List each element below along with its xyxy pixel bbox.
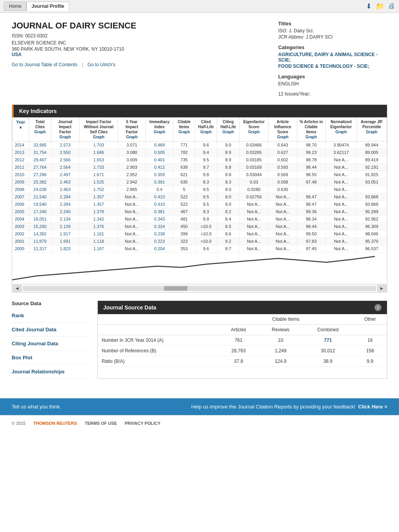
- col-label: [98, 314, 219, 325]
- journal-title: JOURNAL OF DAIRY SCIENCE: [12, 21, 267, 31]
- immediacy-graph-link[interactable]: Graph: [148, 129, 171, 134]
- data-cell: 771: [173, 141, 195, 149]
- scroll-right-button[interactable]: ▶: [378, 285, 386, 292]
- main-content: JOURNAL OF DAIRY SCIENCE ISSN: 0022-0302…: [0, 13, 399, 387]
- impact-no-self-graph-link[interactable]: Graph: [82, 134, 115, 140]
- info-icon[interactable]: i: [374, 304, 381, 311]
- data-cell: 1.167: [79, 245, 118, 253]
- data-cell: 2.952: [118, 171, 146, 179]
- print-icon[interactable]: 🖨: [388, 2, 395, 11]
- sidebar-nav-boxplot[interactable]: Box Plot: [12, 351, 90, 365]
- nav-tab-journal-profile[interactable]: Journal Profile: [26, 2, 69, 11]
- year-cell[interactable]: 2001: [12, 238, 29, 245]
- data-cell: 0.03168: [239, 164, 268, 171]
- data-cell: Not A...: [118, 238, 146, 245]
- year-cell[interactable]: 2007: [12, 193, 29, 201]
- download-icon[interactable]: ⬇: [366, 2, 372, 11]
- data-cell: 14,382: [29, 230, 51, 238]
- other-header: Other: [353, 314, 387, 325]
- nav-bar: Home Journal Profile ⬇ 📁 🖨: [0, 0, 399, 13]
- total-cites-graph-link[interactable]: Graph: [32, 129, 49, 134]
- data-cell: 99.50: [297, 230, 325, 238]
- year-cell[interactable]: 2005: [12, 208, 29, 216]
- data-cell: 89.005: [357, 149, 387, 156]
- data-cell: 8.0: [217, 201, 239, 208]
- cited-half-graph-link[interactable]: Graph: [198, 129, 215, 134]
- journal-link-ulrich[interactable]: Go to Ulrich's: [87, 62, 115, 67]
- scroll-left-button[interactable]: ◀: [13, 285, 21, 292]
- category-1[interactable]: AGRICULTURE, DAIRY & ANIMAL SCIENCE - SC…: [278, 52, 387, 63]
- norm-eigen-graph-link[interactable]: Graph: [328, 129, 354, 134]
- citing-half-graph-link[interactable]: Graph: [219, 129, 237, 134]
- feedback-link[interactable]: Click Here >: [358, 404, 387, 410]
- data-cell: Not A...: [325, 186, 357, 193]
- data-cell: 8.8: [217, 164, 239, 171]
- data-cell: 17,340: [29, 208, 51, 216]
- five-year-graph-link[interactable]: Graph: [120, 134, 143, 140]
- pct-citable-graph-link[interactable]: Graph: [300, 134, 323, 140]
- sidebar-nav-relationships[interactable]: Journal Relationships: [12, 365, 90, 379]
- sidebar-nav-citing[interactable]: Citing Journal Data: [12, 337, 90, 351]
- year-cell[interactable]: 2004: [12, 216, 29, 223]
- scroll-bar[interactable]: [23, 286, 376, 291]
- jif-graph-link[interactable]: Graph: [54, 134, 77, 140]
- footer-privacy[interactable]: PRIVACY POLICY: [125, 421, 161, 426]
- table-scroll-row[interactable]: ◀ ▶: [12, 284, 387, 292]
- data-cell: 9.5: [195, 186, 217, 193]
- data-cell: 97.45: [297, 245, 325, 253]
- sidebar-nav-cited[interactable]: Cited Journal Data: [12, 323, 90, 337]
- data-cell: 8.9: [217, 156, 239, 164]
- data-cell: 98.44: [297, 223, 325, 230]
- year-cell[interactable]: 2011: [12, 164, 29, 171]
- data-cell: 0.381: [146, 208, 173, 216]
- chart-overlay: [12, 253, 387, 284]
- data-cell: 93.051: [357, 179, 387, 186]
- year-cell[interactable]: 2012: [12, 156, 29, 164]
- iso-title: ISO: J. Dairy Sci.: [278, 28, 387, 34]
- indicators-table-wrapper[interactable]: Year ▾ Total Cites Graph Journal Impact …: [12, 117, 387, 253]
- data-cell: Not A...: [268, 201, 297, 208]
- year-sort[interactable]: Year ▾: [16, 120, 25, 130]
- year-cell[interactable]: 2008: [12, 186, 29, 193]
- ai-score-graph-link[interactable]: Graph: [271, 134, 294, 140]
- sidebar-nav-rank[interactable]: Rank: [12, 309, 90, 323]
- citable-graph-link[interactable]: Graph: [176, 129, 192, 134]
- footer-terms[interactable]: TERMS OF USE: [85, 421, 117, 426]
- citable-items-header: Citable Items: [219, 314, 353, 325]
- nav-tab-home[interactable]: Home: [4, 2, 26, 11]
- col-other: [353, 325, 387, 335]
- chart-svg: [12, 253, 387, 284]
- year-cell[interactable]: 2013: [12, 149, 29, 156]
- year-cell[interactable]: 2010: [12, 171, 29, 179]
- scroll-thumb[interactable]: [164, 286, 187, 291]
- year-cell[interactable]: 2003: [12, 223, 29, 230]
- avg-jif-graph-link[interactable]: Graph: [359, 129, 384, 134]
- data-cell: 0.204: [146, 245, 173, 253]
- year-cell[interactable]: 2000: [12, 245, 29, 253]
- data-cell: 0.03044: [239, 171, 268, 179]
- eigenfactor-graph-link[interactable]: Graph: [242, 129, 266, 134]
- year-cell[interactable]: 2002: [12, 230, 29, 238]
- data-cell: 0.489: [146, 141, 173, 149]
- year-cell[interactable]: 2006: [12, 201, 29, 208]
- data-cell: 9.8: [195, 171, 217, 179]
- year-cell[interactable]: 2009: [12, 179, 29, 186]
- table-row: 200214,3821.9171.161Not A...0.238399>10.…: [12, 230, 387, 238]
- data-cell: >10.0: [195, 230, 217, 238]
- table-row: 200925,3822.4631.5252.9420.3916358.38.30…: [12, 179, 387, 186]
- data-cell: 2.139: [51, 223, 79, 230]
- data-cell: 9.5: [195, 201, 217, 208]
- data-cell: 12,317: [29, 245, 51, 253]
- col-pct-citable: % Articles in Citable Items Graph: [297, 118, 325, 141]
- add-folder-icon[interactable]: 📁: [376, 2, 384, 11]
- data-cell: 96.309: [357, 223, 387, 230]
- category-2[interactable]: FOOD SCIENCE & TECHNOLOGY - SCIE;: [278, 64, 387, 69]
- footer-tr-logo[interactable]: THOMSON REUTERS: [34, 421, 77, 426]
- data-cell: Not A...: [325, 245, 357, 253]
- year-cell[interactable]: 2014: [12, 141, 29, 149]
- col-year[interactable]: Year ▾: [12, 118, 29, 141]
- data-cell: 0.03486: [239, 141, 268, 149]
- data-cell: 3.90474: [325, 141, 357, 149]
- indicators-title: Key Indicators: [19, 108, 56, 114]
- journal-link-toc[interactable]: Go to Journal Table of Contents: [12, 62, 78, 67]
